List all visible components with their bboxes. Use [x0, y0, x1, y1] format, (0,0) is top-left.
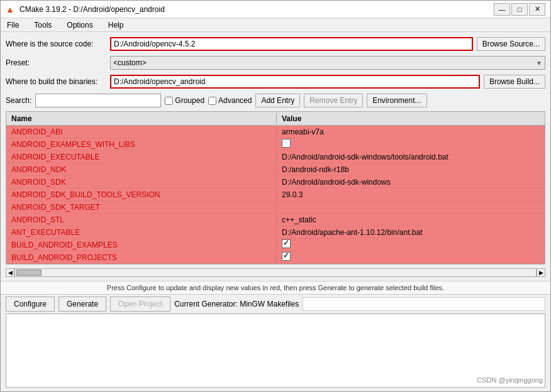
configure-button[interactable]: Configure: [6, 297, 55, 312]
menu-help[interactable]: Help: [104, 19, 128, 31]
table-row[interactable]: ANDROID_ABIarmeabi-v7a: [6, 126, 545, 138]
hscroll-left-button[interactable]: ◀: [6, 268, 14, 277]
cell-value: armeabi-v7a: [277, 127, 545, 137]
search-input[interactable]: [35, 94, 161, 107]
horizontal-scrollbar-area: ◀ ▶: [6, 268, 545, 277]
table-checkbox[interactable]: [282, 139, 291, 148]
preset-value: <custom>: [113, 58, 147, 67]
cell-value: D:/Android/android-sdk-windows/tools/and…: [277, 152, 545, 162]
cell-name: ANDROID_NDK: [6, 165, 277, 175]
main-content: Where is the source code: Browse Source.…: [1, 32, 550, 281]
binary-input[interactable]: [110, 75, 480, 89]
cell-name: ANDROID_EXECUTABLE: [6, 152, 277, 162]
menu-file[interactable]: File: [3, 19, 23, 31]
open-project-button[interactable]: Open Project: [110, 297, 170, 312]
cell-name: BUILD_ANDROID_PROJECTS: [6, 253, 277, 263]
status-bar: Press Configure to update and display ne…: [1, 281, 550, 295]
cmake-table: Name Value ANDROID_ABIarmeabi-v7aANDROID…: [6, 111, 545, 264]
generator-input[interactable]: [303, 297, 545, 311]
close-button[interactable]: ✕: [529, 3, 545, 16]
remove-entry-button[interactable]: Remove Entry: [304, 94, 363, 107]
search-row: Search: Grouped Advanced Add Entry Remov…: [6, 92, 545, 109]
cell-name: ANDROID_SDK: [6, 177, 277, 187]
grouped-checkbox[interactable]: [165, 97, 173, 105]
generate-button[interactable]: Generate: [58, 297, 106, 312]
cell-value: ✓: [277, 251, 545, 263]
source-input[interactable]: [110, 37, 473, 51]
table-row[interactable]: ANDROID_SDK_BUILD_TOOLS_VERSION29.0.3: [6, 188, 545, 201]
cell-name: ANDROID_STL: [6, 215, 277, 225]
binary-label: Where to build the binaries:: [6, 77, 106, 86]
horizontal-scrollbar[interactable]: [14, 268, 537, 277]
cell-value: D:/Android/android-sdk-windows: [277, 177, 545, 187]
environment-button[interactable]: Environment...: [367, 94, 426, 107]
col-name: Name: [6, 113, 277, 124]
table-checkbox[interactable]: ✓: [282, 252, 291, 261]
action-row: Configure Generate Open Project Current …: [1, 295, 550, 313]
cell-value: ✓: [277, 239, 545, 251]
cell-value: [277, 207, 545, 208]
table-row[interactable]: ANDROID_SDKD:/Android/android-sdk-window…: [6, 176, 545, 188]
cell-name: ANDROID_ABI: [6, 127, 277, 137]
table-row[interactable]: ANDROID_NDKD:/android-ndk-r18b: [6, 163, 545, 176]
table-row[interactable]: ANDROID_EXAMPLES_WITH_LIBS: [6, 138, 545, 151]
minimize-button[interactable]: —: [494, 3, 510, 16]
cell-name: ANDROID_SDK_TARGET: [6, 202, 277, 212]
preset-combo[interactable]: <custom> ▼: [110, 56, 545, 70]
cell-value: [277, 138, 545, 150]
table-row[interactable]: ANDROID_EXECUTABLED:/Android/android-sdk…: [6, 151, 545, 163]
table-row[interactable]: ANDROID_STLc++_static: [6, 214, 545, 226]
cell-name: ANDROID_EXAMPLES_WITH_LIBS: [6, 139, 277, 150]
table-row[interactable]: BUILD_ANDROID_EXAMPLES✓: [6, 239, 545, 251]
binary-row: Where to build the binaries: Browse Buil…: [6, 74, 545, 90]
output-area: [6, 313, 545, 388]
table-row[interactable]: BUILD_ANDROID_PROJECTS✓: [6, 251, 545, 264]
browse-source-button[interactable]: Browse Source...: [477, 37, 545, 51]
cell-value: c++_static: [277, 215, 545, 225]
generator-text: Current Generator: MinGW Makefiles: [174, 300, 299, 308]
cell-value: D:/Android/apache-ant-1.10.12/bin/ant.ba…: [277, 227, 545, 237]
table-body[interactable]: ANDROID_ABIarmeabi-v7aANDROID_EXAMPLES_W…: [6, 126, 545, 264]
table-row[interactable]: ANDROID_SDK_TARGET: [6, 201, 545, 214]
title-bar-left: ▲ CMake 3.19.2 - D:/Android/opencv_andro…: [6, 4, 165, 14]
table-checkbox[interactable]: ✓: [282, 239, 291, 248]
grouped-label[interactable]: Grouped: [165, 96, 204, 105]
menubar: File Tools Options Help: [1, 18, 550, 32]
cell-name: ANT_EXECUTABLE: [6, 227, 277, 237]
source-label: Where is the source code:: [6, 40, 106, 48]
title-bar: ▲ CMake 3.19.2 - D:/Android/opencv_andro…: [1, 1, 550, 18]
window-controls: — □ ✕: [494, 3, 545, 16]
advanced-label[interactable]: Advanced: [208, 96, 252, 105]
cell-name: BUILD_ANDROID_EXAMPLES: [6, 240, 277, 250]
advanced-checkbox[interactable]: [208, 97, 216, 105]
status-text: Press Configure to update and display ne…: [107, 284, 444, 291]
table-row[interactable]: ANT_EXECUTABLED:/Android/apache-ant-1.10…: [6, 226, 545, 239]
watermark: CSDN @yinqinggong: [477, 376, 543, 384]
hscroll-right-button[interactable]: ▶: [537, 268, 545, 277]
search-label: Search:: [6, 96, 31, 105]
source-row: Where is the source code: Browse Source.…: [6, 36, 545, 52]
preset-row: Preset: <custom> ▼: [6, 55, 545, 71]
col-value: Value: [277, 113, 535, 124]
hscroll-thumb[interactable]: [16, 270, 42, 276]
table-header: Name Value: [6, 112, 545, 126]
cell-value: D:/android-ndk-r18b: [277, 165, 545, 175]
app-icon: ▲: [6, 4, 16, 14]
window-title: CMake 3.19.2 - D:/Android/opencv_android: [19, 5, 165, 14]
menu-options[interactable]: Options: [63, 19, 96, 31]
add-entry-button[interactable]: Add Entry: [255, 94, 300, 107]
browse-build-button[interactable]: Browse Build...: [484, 75, 545, 89]
menu-tools[interactable]: Tools: [30, 19, 55, 31]
preset-label: Preset:: [6, 58, 106, 67]
cell-name: ANDROID_SDK_BUILD_TOOLS_VERSION: [6, 190, 277, 200]
preset-combo-arrow: ▼: [536, 60, 542, 67]
cell-value: 29.0.3: [277, 190, 545, 200]
maximize-button[interactable]: □: [511, 3, 528, 16]
main-window: ▲ CMake 3.19.2 - D:/Android/opencv_andro…: [0, 0, 551, 392]
